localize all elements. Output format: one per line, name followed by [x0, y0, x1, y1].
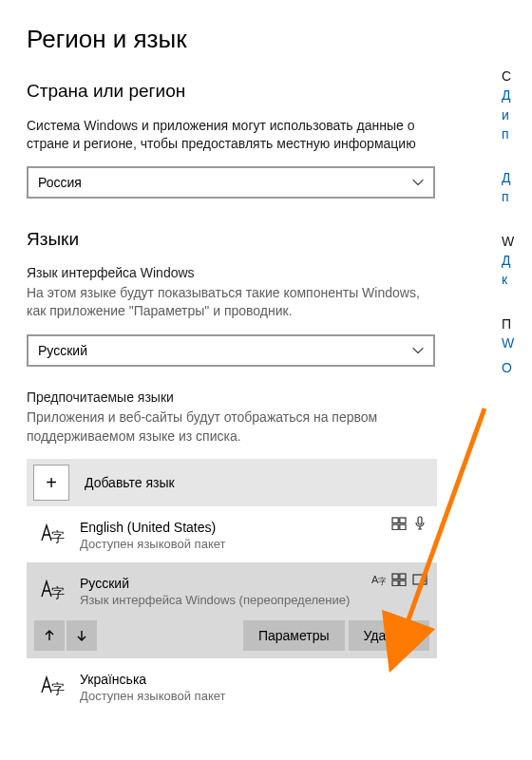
related-link[interactable]: Д	[502, 251, 532, 270]
related-link[interactable]: п	[502, 124, 532, 143]
svg-text:字: 字	[378, 577, 386, 586]
interface-language-label: Язык интерфейса Windows	[27, 265, 475, 280]
preferred-languages-label: Предпочитаемые языки	[27, 390, 475, 405]
region-section-title: Страна или регион	[27, 81, 475, 102]
related-link[interactable]: W	[502, 333, 532, 352]
language-glyph-icon: 字	[34, 576, 70, 602]
country-select[interactable]: Россия	[27, 166, 435, 199]
svg-rect-11	[392, 580, 398, 586]
speech-icon	[412, 516, 428, 531]
add-language-button[interactable]: + Добавьте язык	[27, 459, 437, 506]
languages-section-title: Языки	[27, 229, 475, 250]
related-link[interactable]: п	[502, 187, 532, 206]
svg-rect-5	[418, 517, 422, 524]
interface-language-value: Русский	[38, 343, 87, 358]
move-down-button[interactable]	[66, 620, 97, 651]
language-name: Русский	[80, 576, 350, 591]
svg-rect-9	[392, 574, 398, 580]
chevron-down-icon	[412, 177, 424, 188]
related-link[interactable]: Д	[502, 168, 532, 187]
keyboard-layout-icon	[391, 572, 407, 587]
related-header: W	[502, 232, 532, 251]
svg-text:字: 字	[51, 585, 65, 600]
preferred-languages-desc: Приложения и веб-сайты будут отображатьс…	[27, 408, 435, 446]
page-title: Регион и язык	[27, 25, 475, 54]
language-subtext: Язык интерфейса Windows (переопределение…	[80, 593, 350, 607]
delete-button[interactable]: Удалить	[349, 620, 429, 651]
related-header: С	[502, 66, 532, 86]
plus-icon: +	[33, 465, 69, 501]
handwriting-icon	[412, 572, 428, 587]
related-header: П	[502, 314, 532, 333]
language-glyph-icon: 字	[34, 672, 70, 698]
keyboard-layout-icon	[391, 516, 407, 531]
related-link[interactable]: Д	[502, 86, 532, 104]
svg-rect-1	[392, 518, 398, 523]
language-subtext: Доступен языковой пакет	[80, 537, 225, 551]
options-button[interactable]: Параметры	[243, 620, 345, 651]
language-item-russian-actions: Параметры Удалить	[27, 617, 437, 658]
related-link[interactable]: и	[502, 105, 532, 124]
language-name: Українська	[80, 672, 225, 687]
language-item-russian[interactable]: 字 Русский Язык интерфейса Windows (перео…	[27, 562, 437, 617]
related-links-column: С Д и п Д п W Д к П W О	[502, 66, 532, 403]
add-language-label: Добавьте язык	[85, 475, 175, 490]
language-item-ukrainian[interactable]: 字 Українська Доступен языковой пакет	[27, 658, 437, 714]
svg-rect-3	[392, 524, 398, 530]
related-link[interactable]: О	[502, 358, 532, 377]
region-desc: Система Windows и приложения могут испол…	[27, 117, 435, 153]
country-select-value: Россия	[38, 175, 82, 190]
chevron-down-icon	[412, 345, 424, 356]
move-up-button[interactable]	[34, 620, 65, 651]
display-language-icon: A 字	[370, 572, 386, 587]
svg-text:字: 字	[51, 529, 65, 544]
interface-language-desc: На этом языке будут показываться такие к…	[27, 284, 435, 321]
svg-text:字: 字	[51, 681, 65, 696]
interface-language-select[interactable]: Русский	[27, 334, 435, 367]
svg-rect-10	[400, 574, 406, 580]
language-name: English (United States)	[80, 520, 225, 535]
related-link[interactable]: к	[502, 270, 532, 289]
language-item-english[interactable]: 字 English (United States) Доступен языко…	[27, 506, 437, 562]
svg-rect-12	[400, 580, 406, 586]
svg-rect-4	[400, 524, 406, 530]
language-subtext: Доступен языковой пакет	[80, 689, 225, 703]
language-glyph-icon: 字	[34, 520, 70, 546]
svg-rect-2	[400, 518, 406, 523]
